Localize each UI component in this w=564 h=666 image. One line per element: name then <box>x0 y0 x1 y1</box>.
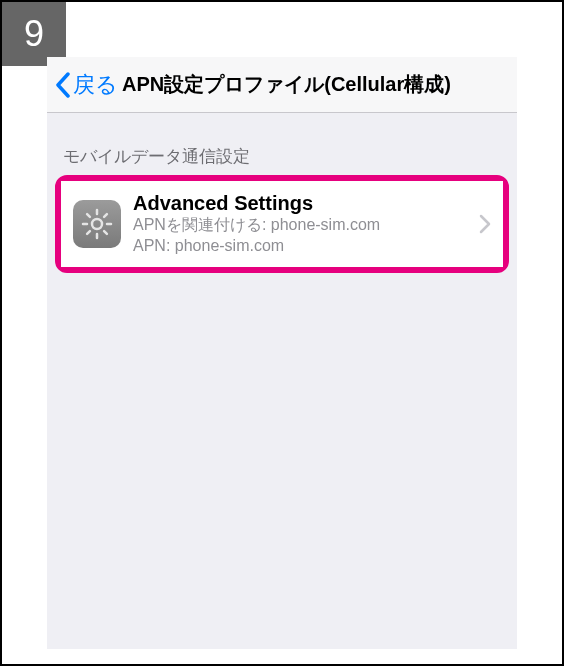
navigation-bar: 戻る APN設定プロファイル(Cellular構成) <box>47 57 517 113</box>
page-title: APN設定プロファイル(Cellular構成) <box>122 71 451 98</box>
svg-line-5 <box>87 214 90 217</box>
settings-icon <box>73 200 121 248</box>
svg-line-8 <box>104 214 107 217</box>
cell-subtitle-1: APNを関連付ける: phone-sim.com <box>133 215 471 236</box>
svg-line-7 <box>87 231 90 234</box>
highlighted-cell-wrapper: Advanced Settings APNを関連付ける: phone-sim.c… <box>55 175 509 273</box>
gear-icon <box>80 207 114 241</box>
back-chevron-icon <box>55 72 71 98</box>
back-button[interactable]: 戻る <box>55 70 118 100</box>
section-header: モバイルデータ通信設定 <box>47 113 517 171</box>
phone-screen: 戻る APN設定プロファイル(Cellular構成) モバイルデータ通信設定 <box>47 57 517 649</box>
cell-content: Advanced Settings APNを関連付ける: phone-sim.c… <box>133 191 471 257</box>
svg-point-0 <box>92 219 102 229</box>
cell-subtitle-2: APN: phone-sim.com <box>133 236 471 257</box>
svg-line-6 <box>104 231 107 234</box>
advanced-settings-cell[interactable]: Advanced Settings APNを関連付ける: phone-sim.c… <box>61 181 503 267</box>
back-label: 戻る <box>73 70 118 100</box>
cell-title: Advanced Settings <box>133 191 471 215</box>
chevron-right-icon <box>479 214 491 234</box>
step-number: 9 <box>24 13 44 55</box>
